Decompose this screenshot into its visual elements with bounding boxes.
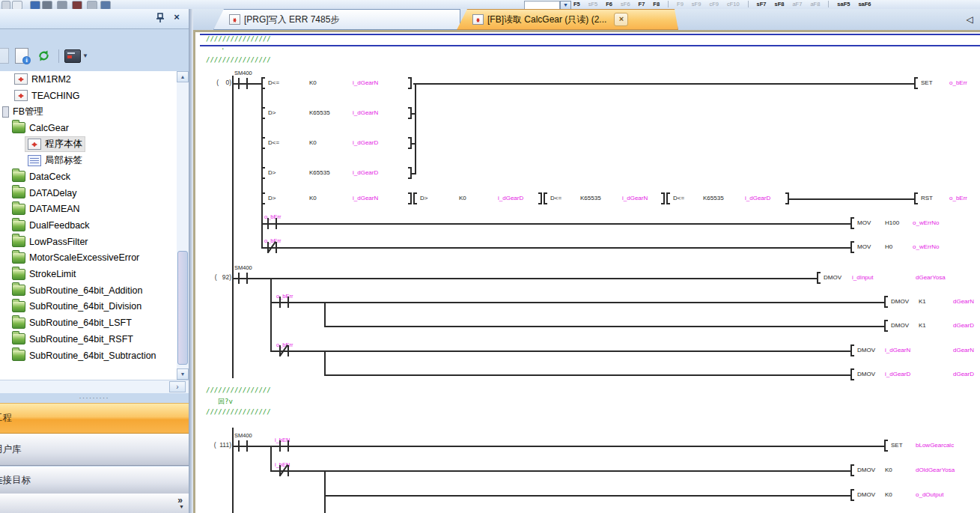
tree-item[interactable]: SubRoutine_64bit_Subtraction [0, 347, 177, 364]
close-icon[interactable]: × [171, 11, 183, 23]
nav-band-connection-destination[interactable]: 连接目标 [0, 467, 189, 494]
tree-item[interactable]: TEACHING [0, 88, 177, 104]
device-label: i_dGearD [885, 371, 910, 377]
right-bracket [408, 192, 412, 204]
folder-icon [12, 333, 25, 344]
ladder-editor[interactable]: ////////////////'////////////////( 0)SM4… [193, 30, 980, 513]
instruction-text: D> [268, 109, 276, 116]
device-label: i_dGearN [353, 195, 378, 201]
device-label: o_wErrNo [913, 243, 940, 250]
tree-item[interactable]: LowPassFilter [0, 234, 177, 250]
tree-item[interactable]: MotorScaleExcessiveError [0, 250, 177, 267]
instruction-text: K1 [919, 298, 926, 305]
left-bracket [666, 192, 670, 204]
fkey-button[interactable]: sF6 [621, 1, 630, 7]
tree-item[interactable]: StrokeLimit [0, 266, 177, 282]
wire [789, 198, 914, 200]
folder-icon [12, 122, 25, 133]
wire [324, 326, 884, 327]
tree-horizontal-scrollbar[interactable]: › [0, 380, 189, 393]
tab-scroll-left-icon[interactable]: ◁ [967, 14, 973, 25]
scroll-up-icon[interactable]: ▲ [177, 71, 189, 82]
folder-icon [12, 318, 25, 329]
nav-band-project[interactable]: 工程 [0, 403, 189, 434]
tree-item[interactable]: RM1RM2 [0, 71, 177, 88]
contact-bar [238, 78, 240, 89]
wire-vertical [270, 446, 272, 472]
fkey-button[interactable]: cF9 [709, 1, 719, 7]
fkey-button[interactable]: F6 [606, 1, 612, 7]
scrollbar-thumb[interactable] [177, 251, 188, 365]
device-label: i_dGearD [353, 139, 378, 146]
tab-fb-read-calcgear[interactable]: [FB]读取 CalcGear (只读) (2... × [457, 9, 678, 30]
pin-icon[interactable] [154, 13, 166, 25]
tree-item[interactable]: SubRoutine_64bit_Addition [0, 282, 177, 299]
wire [324, 374, 850, 376]
refresh-icon[interactable] [37, 49, 50, 65]
close-icon[interactable]: × [614, 13, 628, 26]
tree-vertical-scrollbar[interactable]: ▲ ▼ [177, 71, 189, 380]
tree-item-label: SubRoutine_64bit_Subtraction [29, 350, 156, 361]
contact-bar [279, 440, 281, 452]
fkey-button[interactable]: sF8 [775, 1, 785, 7]
fkey-button[interactable]: cF10 [727, 1, 740, 7]
nav-band-user-library[interactable]: 用户库 [0, 434, 189, 466]
fkey-button[interactable]: F5 [573, 1, 580, 7]
tree-item[interactable]: 程序本体 [0, 136, 177, 153]
comment-text: 回?v [218, 397, 233, 407]
right-bracket [661, 192, 665, 204]
tree-item-label: 局部标签 [45, 154, 82, 167]
tree-item[interactable]: SubRoutine_64bit_LSFT [0, 315, 177, 331]
tree-item[interactable]: DualFeedback [0, 217, 177, 234]
panel-splitter[interactable]: ......... [0, 392, 189, 403]
fkey-button[interactable]: F9 [677, 1, 684, 7]
chevron-down-icon[interactable]: ▼ [179, 504, 184, 509]
instruction-text: SET [891, 442, 903, 449]
tree-item-label: StrokeLimit [29, 269, 76, 279]
wire-vertical [270, 278, 272, 352]
toolbar-separator [828, 1, 829, 7]
comment-text: ' [221, 47, 225, 55]
ladder-document-icon [472, 14, 484, 25]
tree-item[interactable]: SubRoutine_64bit_RSFT [0, 331, 177, 347]
program-icon [14, 73, 28, 85]
device-label: i_dInput [852, 274, 873, 281]
fkey-button[interactable]: saF5 [837, 1, 850, 7]
fkey-button[interactable]: F7 [639, 1, 645, 7]
right-bracket [408, 77, 412, 89]
fkey-button[interactable]: saF6 [858, 1, 871, 7]
tree-item[interactable]: DATAMEAN [0, 201, 177, 218]
disabled-doc-icon [0, 48, 9, 64]
wire [270, 350, 850, 352]
fkey-button[interactable]: sF9 [692, 1, 701, 7]
chevron-down-icon[interactable]: ▼ [82, 52, 88, 59]
contact-bar [287, 297, 289, 308]
tree-item[interactable]: FB管理 [0, 103, 177, 120]
tree-item[interactable]: SubRoutine_64bit_Division [0, 299, 177, 315]
tree-item-label: DATAMEAN [29, 204, 80, 214]
device-label: i_dGearN [885, 347, 910, 353]
display-setting-icon[interactable] [64, 49, 81, 63]
instruction-text: D> [268, 169, 276, 176]
scroll-down-icon[interactable]: ▼ [177, 368, 189, 380]
tree-item[interactable]: DataCeck [0, 169, 177, 185]
tree-item[interactable]: DATADelay [0, 185, 177, 201]
fkey-button[interactable]: aF7 [792, 1, 802, 7]
fkey-button[interactable]: sF5 [588, 1, 598, 7]
instruction-text: DMOV [891, 298, 909, 305]
device-name: SM400 [234, 70, 252, 76]
device-label: dGearD [953, 322, 974, 329]
fkey-button[interactable]: aF8 [810, 1, 820, 7]
left-bracket [884, 440, 888, 452]
scroll-right-icon[interactable]: › [169, 381, 186, 392]
fkey-button[interactable]: sF7 [757, 1, 767, 7]
fkey-button[interactable]: F8 [653, 1, 660, 7]
instruction-text: D<= [268, 139, 279, 146]
wire-vertical [324, 302, 326, 327]
left-bracket [544, 192, 547, 204]
tree-item[interactable]: CalcGear [0, 120, 177, 136]
tab-prg-write-err[interactable]: [PRG]写入 ERR 7485步 [213, 9, 460, 30]
tree-item[interactable]: 局部标签 [0, 152, 177, 169]
folder-icon [12, 220, 25, 231]
doc-info-icon[interactable]: i [15, 48, 28, 64]
